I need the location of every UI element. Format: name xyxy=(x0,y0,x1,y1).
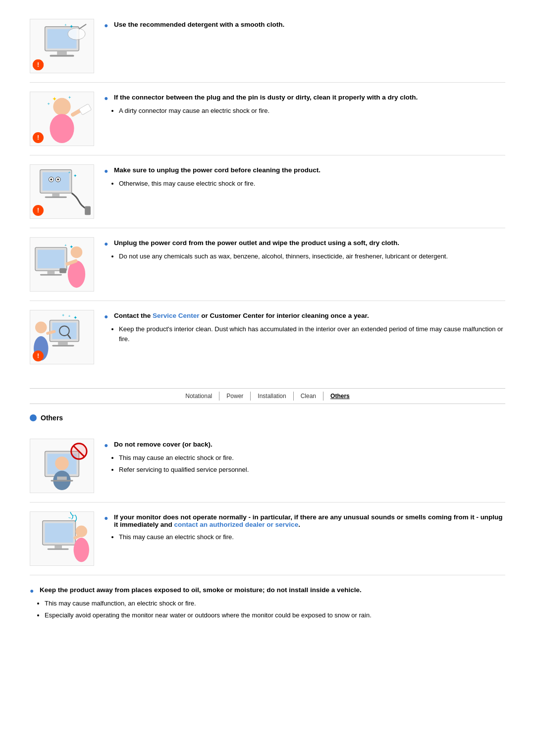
svg-text:+: + xyxy=(62,313,64,318)
bullet-icon-3: ● xyxy=(104,167,111,175)
svg-rect-22 xyxy=(45,197,67,198)
clean-title-3: ● Make sure to unplug the power cord bef… xyxy=(104,166,505,175)
others-list-3: This may cause malfunction, an electric … xyxy=(30,599,505,620)
bullet-icon-o1: ● xyxy=(104,441,111,449)
nav-installation[interactable]: Installation xyxy=(251,392,293,401)
svg-text:✦: ✦ xyxy=(69,24,73,29)
clean-content-5: ● Contact the Service Center or Customer… xyxy=(104,310,505,346)
nav-notational[interactable]: Notational xyxy=(178,392,219,401)
svg-point-9 xyxy=(50,114,74,143)
clean-item-2: ✦ + + ! ● If the connector between the p… xyxy=(30,83,505,155)
svg-text:✦: ✦ xyxy=(52,96,57,102)
svg-rect-64 xyxy=(48,549,69,550)
svg-rect-14 xyxy=(79,104,92,115)
clean-list-4: Do not use any chemicals such as wax, be… xyxy=(104,252,505,261)
bullet-icon-o3: ● xyxy=(30,587,37,595)
clean-list-item-2-1: A dirty connector may cause an electric … xyxy=(119,106,505,116)
others-heading: Others xyxy=(30,414,505,422)
clean-title-2: ● If the connector between the plug and … xyxy=(104,94,505,102)
clean-list-item-4-1: Do not use any chemicals such as wax, be… xyxy=(119,252,505,261)
others-title-1: ● Do not remove cover (or back). xyxy=(104,441,505,449)
others-image-2: ~ ~ xyxy=(30,511,94,566)
bullet-icon-2: ● xyxy=(104,94,111,102)
bullet-icon-o2: ● xyxy=(104,514,111,522)
bullet-icon-1: ● xyxy=(104,21,111,29)
clean-image-4: ✦ + xyxy=(30,237,94,292)
clean-section: ✦ + ! ● Use the recommended detergent wi… xyxy=(30,10,505,373)
others-list-item-3-2: Especially avoid operating the monitor n… xyxy=(45,610,505,620)
clean-image-2: ✦ + + ! xyxy=(30,92,94,146)
others-section: Others ● Do not remove cover (or back). xyxy=(30,414,505,631)
others-list-item-3-1: This may cause malfunction, an electric … xyxy=(45,599,505,608)
others-list-1: This may cause an electric shock or fire… xyxy=(104,453,505,474)
clean-image-3: ✦ + ! xyxy=(30,164,94,219)
clean-content-3: ● Make sure to unplug the power cord bef… xyxy=(104,164,505,191)
others-list-item-2-1: This may cause an electric shock or fire… xyxy=(119,532,505,542)
nav-others[interactable]: Others xyxy=(323,392,357,401)
bullet-icon-4: ● xyxy=(104,240,111,248)
others-content-1: ● Do not remove cover (or back). This ma… xyxy=(104,439,505,476)
svg-point-42 xyxy=(35,322,47,334)
clean-content-4: ● Unplug the power cord from the power o… xyxy=(104,237,505,263)
svg-rect-2 xyxy=(57,51,67,55)
svg-rect-37 xyxy=(52,323,76,339)
clean-title-4: ● Unplug the power cord from the power o… xyxy=(104,239,505,248)
service-center-link[interactable]: Service Center xyxy=(153,312,200,319)
svg-rect-53 xyxy=(51,480,73,481)
others-title-3: ● Keep the product away from places expo… xyxy=(30,586,505,595)
warning-badge-2: ! xyxy=(33,132,44,143)
svg-text:+: + xyxy=(48,101,50,106)
clean-item-5: ✦ + + ! ● Contact the Service Center or … xyxy=(30,301,505,373)
others-item-3: ● Keep the product away from places expo… xyxy=(30,575,505,631)
clean-list-5: Keep the product's interior clean. Dust … xyxy=(104,324,505,344)
bullet-icon-5: ● xyxy=(104,312,111,320)
warning-badge-1: ! xyxy=(33,59,44,70)
svg-point-4 xyxy=(68,28,85,40)
others-item-1: ● Do not remove cover (or back). This ma… xyxy=(30,430,505,503)
clean-list-item-5-1: Keep the product's interior clean. Dust … xyxy=(119,324,505,344)
svg-point-19 xyxy=(50,178,52,180)
svg-rect-33 xyxy=(59,268,66,273)
svg-text:+: + xyxy=(64,23,67,27)
nav-clean[interactable]: Clean xyxy=(294,392,323,401)
svg-text:~: ~ xyxy=(72,513,75,518)
svg-rect-41 xyxy=(52,345,74,347)
nav-bar: Notational Power Installation Clean Othe… xyxy=(30,388,505,404)
clean-title-5: ● Contact the Service Center or Customer… xyxy=(104,312,505,320)
others-image-1 xyxy=(30,439,94,493)
clean-item-3: ✦ + ! ● Make sure to unplug the power co… xyxy=(30,155,505,228)
others-content-2: ● If your monitor does not operate norma… xyxy=(104,511,505,544)
others-list-2: This may cause an electric shock or fire… xyxy=(104,532,505,542)
dealer-service-link[interactable]: contact an authorized dealer or service xyxy=(174,521,299,528)
clean-content-1: ● Use the recommended detergent with a s… xyxy=(104,19,505,33)
others-list-item-1-1: This may cause an electric shock or fire… xyxy=(119,453,505,463)
svg-rect-3 xyxy=(50,55,74,57)
svg-text:✦: ✦ xyxy=(73,315,77,320)
svg-text:✦: ✦ xyxy=(73,173,77,178)
others-title-2: ● If your monitor does not operate norma… xyxy=(104,513,505,528)
clean-image-5: ✦ + + ! xyxy=(30,310,94,364)
svg-rect-52 xyxy=(57,477,67,480)
clean-item-1: ✦ + ! ● Use the recommended detergent wi… xyxy=(30,10,505,83)
svg-rect-63 xyxy=(54,545,62,549)
clean-title-1: ● Use the recommended detergent with a s… xyxy=(104,21,505,29)
warning-badge-5: ! xyxy=(33,351,44,361)
svg-text:+: + xyxy=(64,243,67,248)
warning-badge-3: ! xyxy=(33,205,44,216)
nav-power[interactable]: Power xyxy=(219,392,251,401)
clean-list-2: A dirty connector may cause an electric … xyxy=(104,106,505,116)
svg-text:~: ~ xyxy=(68,515,71,520)
clean-item-4: ✦ + ● Unplug the power cord from the pow… xyxy=(30,228,505,301)
svg-text:+: + xyxy=(68,314,71,318)
svg-rect-16 xyxy=(43,172,69,191)
svg-text:+: + xyxy=(68,170,71,175)
svg-text:+: + xyxy=(68,95,71,100)
clean-list-3: Otherwise, this may cause electric shock… xyxy=(104,179,505,189)
others-dot-icon xyxy=(30,414,37,421)
clean-content-2: ● If the connector between the plug and … xyxy=(104,92,505,118)
svg-rect-28 xyxy=(48,271,55,274)
svg-text:✦: ✦ xyxy=(69,244,73,250)
clean-list-item-3-1: Otherwise, this may cause electric shock… xyxy=(119,179,505,189)
clean-image-1: ✦ + ! xyxy=(30,19,94,73)
svg-rect-23 xyxy=(85,206,91,215)
